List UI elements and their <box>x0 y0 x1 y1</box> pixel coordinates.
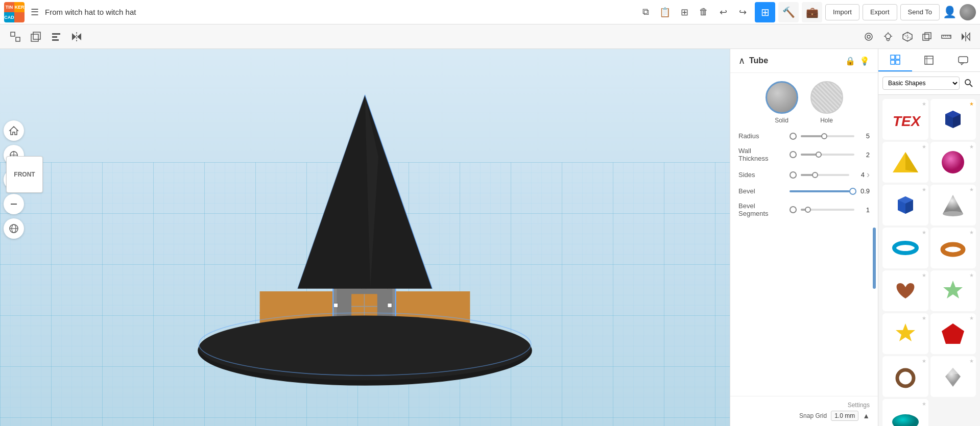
suitcase-view-btn[interactable]: 💼 <box>802 2 822 22</box>
zoom-out-btn[interactable] <box>4 194 24 214</box>
panel-title: Tube <box>749 56 845 65</box>
star-icon[interactable]: ★ <box>969 187 974 192</box>
star-icon[interactable]: ★ <box>922 144 926 149</box>
star-icon[interactable]: ★ <box>969 272 974 278</box>
panel-scrollbar[interactable] <box>873 228 876 289</box>
star-icon[interactable]: ★ <box>922 101 926 107</box>
radius-label: Radius <box>738 132 790 140</box>
heart-shape-item[interactable]: ★ <box>882 270 928 311</box>
star-icon[interactable]: ★ <box>922 401 926 407</box>
star2-shape-item[interactable]: ★ <box>882 313 928 354</box>
svg-rect-5 <box>52 36 57 38</box>
star-icon[interactable]: ★ <box>922 358 926 364</box>
star-icon[interactable]: ★ <box>922 272 926 278</box>
torus-shape-item[interactable]: ★ <box>882 228 928 268</box>
hole-type[interactable]: Hole <box>810 81 843 124</box>
home-btn[interactable] <box>4 120 24 141</box>
cone-shape-item[interactable]: ★ <box>930 185 976 225</box>
grid-view-btn[interactable]: ⊞ <box>755 2 775 22</box>
doc-icon[interactable]: ☰ <box>31 7 39 18</box>
radius-slider[interactable] <box>801 135 854 137</box>
shape-types: Solid Hole <box>730 73 878 132</box>
align-icon[interactable] <box>47 28 65 46</box>
import-button[interactable]: Import <box>825 4 859 20</box>
mirror2-icon[interactable] <box>958 29 974 45</box>
sphere-shape-item[interactable]: ★ <box>930 142 976 183</box>
tab-chat[interactable] <box>946 49 980 71</box>
bevel-segments-slider[interactable] <box>801 209 854 211</box>
pentagon-shape-item[interactable]: ★ <box>930 313 976 354</box>
radius-slider-area <box>790 133 854 140</box>
star-icon[interactable]: ★ <box>969 101 974 107</box>
visibility-icon[interactable]: 💡 <box>859 56 870 66</box>
app-logo[interactable]: TIN KER CAD <box>4 2 25 22</box>
star-icon[interactable]: ★ <box>969 230 974 235</box>
redo-icon[interactable]: ↪ <box>734 4 751 20</box>
tab-grid[interactable] <box>878 49 912 71</box>
svg-rect-67 <box>896 55 900 59</box>
camera-icon[interactable] <box>861 29 877 45</box>
wall-thickness-slider[interactable] <box>801 154 854 156</box>
box-shape-item[interactable]: ★ <box>930 99 976 140</box>
send-to-button[interactable]: Send To <box>900 4 940 20</box>
undo-icon[interactable]: ↩ <box>715 4 731 20</box>
gem-shape-item[interactable]: ★ <box>930 356 976 397</box>
svg-marker-96 <box>948 368 958 374</box>
snap-grid-arrow[interactable]: ▲ <box>863 412 870 420</box>
front-label[interactable]: FRONT <box>6 156 43 193</box>
star-icon[interactable]: ★ <box>922 230 926 235</box>
svg-point-10 <box>865 33 872 40</box>
radius-row: Radius 5 <box>738 132 870 140</box>
star1-shape-item[interactable]: ★ <box>930 270 976 311</box>
sides-value: 4 <box>849 171 865 179</box>
bevel-track[interactable] <box>790 190 856 192</box>
svg-point-88 <box>943 211 963 216</box>
group-icon[interactable] <box>6 28 25 46</box>
bevel-segments-thumb <box>805 207 811 213</box>
star-icon[interactable]: ★ <box>969 358 974 364</box>
ring-shape-item[interactable]: ★ <box>882 356 928 397</box>
ruler-icon[interactable] <box>938 29 954 45</box>
user-icon[interactable]: 👤 <box>943 6 957 19</box>
star-icon[interactable]: ★ <box>922 187 926 192</box>
solid-circle <box>766 81 798 114</box>
wall-thickness-label: WallThickness <box>738 147 790 162</box>
svg-marker-8 <box>77 33 81 40</box>
text-shape-item[interactable]: ★ TEXT <box>882 99 928 140</box>
svg-rect-2 <box>31 34 38 41</box>
light-icon[interactable] <box>880 29 896 45</box>
paste-icon[interactable]: 📋 <box>657 4 673 20</box>
hammer-view-btn[interactable]: 🔨 <box>778 2 799 22</box>
world-btn[interactable] <box>4 218 24 239</box>
shapes-category-select[interactable]: Basic Shapes <box>882 77 960 90</box>
donut-shape-item[interactable]: ★ <box>930 228 976 268</box>
ungroup-icon[interactable] <box>27 28 45 46</box>
copy-icon[interactable]: ⧉ <box>637 4 654 20</box>
oval-shape-item[interactable]: ★ <box>882 399 928 426</box>
lock-icon[interactable]: 🔒 <box>845 56 855 66</box>
bevel-thumb <box>849 188 856 195</box>
svg-point-94 <box>897 370 914 386</box>
wall-thickness-value: 2 <box>854 151 870 159</box>
user-avatar[interactable] <box>960 4 976 20</box>
viewbox-icon[interactable] <box>919 29 935 45</box>
duplicate-icon[interactable]: ⊞ <box>676 4 692 20</box>
mirror-icon[interactable] <box>67 28 86 46</box>
solid-type[interactable]: Solid <box>766 81 798 124</box>
tab-blueprint[interactable] <box>912 49 946 71</box>
export-button[interactable]: Export <box>863 4 897 20</box>
blue-box-shape-item[interactable]: ★ <box>882 185 928 225</box>
view3d-icon[interactable] <box>899 29 916 45</box>
star-icon[interactable]: ★ <box>922 315 926 321</box>
sides-slider[interactable] <box>801 174 849 176</box>
panel-collapse-btn[interactable]: ∧ <box>738 55 745 66</box>
pyramid-shape-item[interactable]: ★ <box>882 142 928 183</box>
viewport[interactable] <box>0 49 730 426</box>
delete-icon[interactable]: 🗑 <box>696 4 712 20</box>
svg-point-97 <box>892 414 919 426</box>
svg-text:TEXT: TEXT <box>893 113 921 129</box>
search-button[interactable] <box>962 76 976 90</box>
main-area: FRONT <box>0 49 980 426</box>
star-icon[interactable]: ★ <box>969 144 974 149</box>
star-icon[interactable]: ★ <box>969 315 974 321</box>
